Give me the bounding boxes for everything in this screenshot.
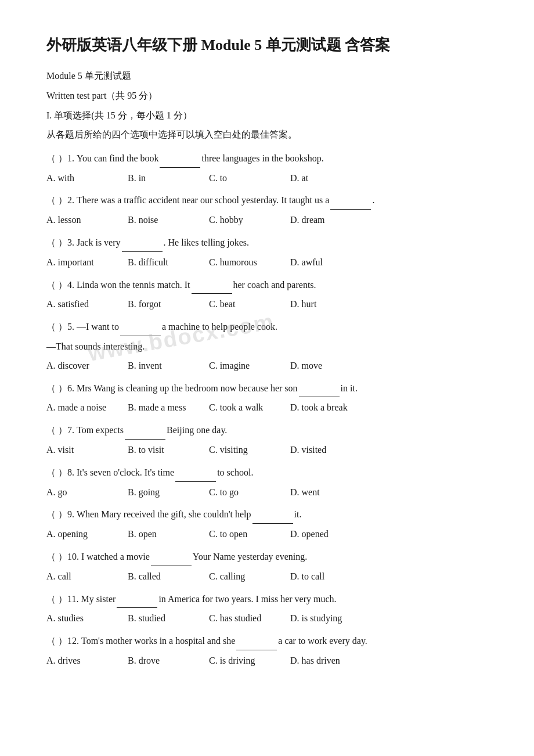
- question-block: （ ）3. Jack is very . He likes telling jo…: [46, 235, 488, 271]
- question-line: （ ）10. I watched a movie Your Name yeste…: [46, 549, 488, 566]
- question-num: （ ）6.: [46, 383, 74, 393]
- question-after: three languages in the bookshop.: [201, 153, 323, 163]
- question-after: her coach and parents.: [233, 280, 316, 290]
- option-B: B. invent: [128, 358, 209, 375]
- option-D: D. went: [290, 484, 371, 501]
- question-after: to school.: [217, 467, 253, 477]
- options-line: A. openingB. openC. to openD. opened: [46, 526, 488, 543]
- question-after: it.: [294, 509, 302, 519]
- option-A: A. with: [46, 170, 128, 187]
- question-text: Jack is very: [77, 237, 121, 247]
- question-after: in America for two years. I miss her ver…: [158, 594, 336, 604]
- question-line: （ ）12. Tom's mother works in a hospital …: [46, 633, 488, 650]
- option-C: C. visiting: [209, 442, 290, 459]
- question-line: （ ）8. It's seven o'clock. It's time to s…: [46, 465, 488, 482]
- question-text: You can find the book: [77, 153, 158, 163]
- question-after: . He likes telling jokes.: [164, 237, 250, 247]
- question-after: Your Name yesterday evening.: [193, 552, 307, 561]
- option-D: D. is studying: [290, 610, 371, 627]
- options-line: A. callB. calledC. callingD. to call: [46, 568, 488, 585]
- blank: [252, 506, 293, 524]
- blank: [122, 235, 163, 252]
- option-C: C. hobby: [209, 212, 290, 229]
- question-line: （ ）1. You can find the book three langua…: [46, 150, 488, 168]
- options-line: A. goB. goingC. to goD. went: [46, 484, 488, 501]
- option-A: A. satisfied: [46, 296, 128, 313]
- option-A: A. studies: [46, 610, 128, 627]
- question-num: （ ）11.: [46, 594, 78, 604]
- question-line: （ ）7. Tom expects Beijing one day.: [46, 422, 488, 440]
- option-B: B. open: [128, 526, 209, 543]
- option-D: D. has driven: [290, 653, 371, 669]
- question-text: I watched a movie: [81, 552, 150, 561]
- option-C: C. took a walk: [209, 399, 290, 416]
- option-A: A. call: [46, 568, 128, 585]
- question-text: Tom expects: [77, 425, 124, 435]
- question-block: （ ）6. Mrs Wang is cleaning up the bedroo…: [46, 380, 488, 417]
- blank: [330, 192, 371, 210]
- option-C: C. to open: [209, 526, 290, 543]
- blank: [120, 319, 161, 336]
- page-title: 外研版英语八年级下册 Module 5 单元测试题 含答案: [46, 35, 488, 56]
- question-block: （ ）10. I watched a movie Your Name yeste…: [46, 549, 488, 585]
- question-text: When Mary received the gift, she couldn'…: [77, 509, 251, 519]
- question-num: （ ）8.: [46, 467, 74, 477]
- question-block: （ ）5. —I want to a machine to help peopl…: [46, 319, 488, 374]
- question-num: （ ）1.: [46, 153, 74, 163]
- option-C: C. calling: [209, 568, 290, 585]
- option-D: D. at: [290, 170, 371, 187]
- section1-header: I. 单项选择(共 15 分，每小题 1 分）: [46, 108, 488, 123]
- option-A: A. made a noise: [46, 399, 128, 416]
- question-num: （ ）7.: [46, 425, 74, 435]
- question-num: （ ）10.: [46, 552, 79, 561]
- question-extra-line: —That sounds interesting.: [46, 339, 488, 355]
- question-line: （ ）2. There was a traffic accident near …: [46, 192, 488, 210]
- options-line: A. importantB. difficultC. humorousD. aw…: [46, 254, 488, 271]
- questions-container: （ ）1. You can find the book three langua…: [46, 150, 488, 669]
- options-line: A. drivesB. droveC. is drivingD. has dri…: [46, 653, 488, 669]
- question-after: .: [372, 195, 374, 205]
- blank: [160, 150, 200, 168]
- question-block: （ ）1. You can find the book three langua…: [46, 150, 488, 187]
- option-D: D. dream: [290, 212, 371, 229]
- options-line: A. withB. inC. toD. at: [46, 170, 488, 187]
- written-test-label: Written test part（共 95 分）: [46, 88, 488, 103]
- option-C: C. has studied: [209, 610, 290, 627]
- option-A: A. discover: [46, 358, 128, 375]
- options-line: A. satisfiedB. forgotC. beatD. hurt: [46, 296, 488, 313]
- question-line: （ ）6. Mrs Wang is cleaning up the bedroo…: [46, 380, 488, 398]
- question-text: There was a traffic accident near our sc…: [77, 195, 329, 205]
- question-after: Beijing one day.: [167, 425, 227, 435]
- blank: [175, 465, 216, 482]
- question-text: Tom's mother works in a hospital and she: [81, 636, 235, 646]
- question-line: （ ）5. —I want to a machine to help peopl…: [46, 319, 488, 336]
- question-text: It's seven o'clock. It's time: [77, 467, 174, 477]
- blank: [151, 549, 192, 566]
- option-A: A. opening: [46, 526, 128, 543]
- option-C: C. beat: [209, 296, 290, 313]
- option-A: A. go: [46, 484, 128, 501]
- question-line: （ ）9. When Mary received the gift, she c…: [46, 506, 488, 524]
- subtitle: Module 5 单元测试题: [46, 69, 488, 84]
- question-num: （ ）2.: [46, 195, 74, 205]
- option-B: B. to visit: [128, 442, 209, 459]
- question-after: a car to work every day.: [278, 636, 367, 646]
- question-text: Linda won the tennis match. It: [77, 280, 190, 290]
- question-block: （ ）11. My sister in America for two year…: [46, 591, 488, 628]
- options-line: A. discoverB. inventC. imagineD. move: [46, 358, 488, 375]
- section1-instruction: 从各题后所给的四个选项中选择可以填入空白处的最佳答案。: [46, 127, 488, 142]
- option-C: C. to: [209, 170, 290, 187]
- question-block: （ ）9. When Mary received the gift, she c…: [46, 506, 488, 543]
- option-C: C. is driving: [209, 653, 290, 669]
- question-line: （ ）4. Linda won the tennis match. It her…: [46, 277, 488, 294]
- question-block: （ ）12. Tom's mother works in a hospital …: [46, 633, 488, 669]
- question-after: a machine to help people cook.: [162, 322, 277, 332]
- blank: [236, 633, 277, 650]
- option-D: D. opened: [290, 526, 371, 543]
- options-line: A. studiesB. studiedC. has studiedD. is …: [46, 610, 488, 627]
- option-A: A. visit: [46, 442, 128, 459]
- question-num: （ ）9.: [46, 509, 74, 519]
- option-B: B. in: [128, 170, 209, 187]
- option-A: A. important: [46, 254, 128, 271]
- question-block: （ ）8. It's seven o'clock. It's time to s…: [46, 465, 488, 501]
